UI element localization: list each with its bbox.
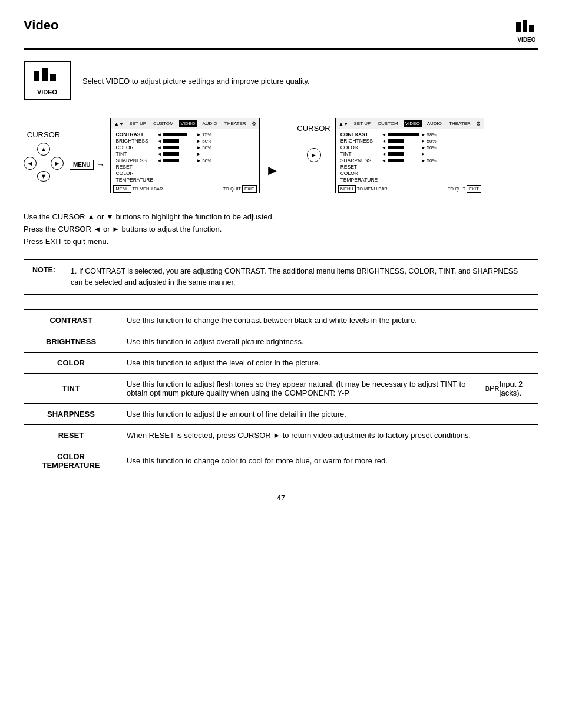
- feature-label-tint: TINT: [24, 374, 118, 403]
- feature-row-color-temp: COLORTEMPERATURE Use this function to ch…: [24, 446, 538, 476]
- menu-panel-2: ▲▼ SET UP CUSTOM VIDEO AUDIO THEATER ⚙ C…: [335, 118, 484, 193]
- panel2-row-color-temp2: TEMPERATURE: [340, 177, 479, 183]
- note-label: NOTE:: [32, 266, 65, 288]
- panel1-footer: MENU TO MENU BAR TO QUIT EXIT: [111, 185, 259, 193]
- panel2-footer: MENU TO MENU BAR TO QUIT EXIT: [336, 185, 484, 193]
- note-row: NOTE: 1. If CONTRAST is selected, you ar…: [32, 266, 530, 288]
- panel1-row-tint: TINT ◄ ►: [115, 151, 254, 157]
- instruction-3: Press EXIT to quit menu.: [24, 236, 538, 248]
- page-header: Video VIDEO: [24, 18, 538, 50]
- big-right-arrow: ►: [266, 162, 280, 179]
- panel1-row-reset: RESET: [115, 164, 254, 170]
- feature-row-brightness: BRIGHTNESS Use this function to adjust o…: [24, 331, 538, 353]
- feature-row-tint: TINT Use this function to adjust flesh t…: [24, 373, 538, 404]
- panel1-row-contrast: CONTRAST ◄ ► 75%: [115, 131, 254, 137]
- up-arrow-left[interactable]: ▲: [37, 143, 50, 156]
- feature-desc-brightness: Use this function to adjust overall pict…: [118, 331, 538, 352]
- feature-row-contrast: CONTRAST Use this function to change the…: [24, 309, 538, 331]
- icon-arrows: ▲▼: [114, 121, 124, 127]
- panel1-gear: ⚙: [252, 121, 256, 127]
- feature-desc-color: Use this function to adjust the level of…: [118, 353, 538, 373]
- svg-rect-5: [50, 74, 56, 81]
- left-arrow-left[interactable]: ◄: [24, 157, 37, 170]
- feature-desc-contrast: Use this function to change the contrast…: [118, 310, 538, 331]
- panel1-row-color-temp2: TEMPERATURE: [115, 177, 254, 183]
- panel2-row-color-temp1: COLOR: [340, 170, 479, 176]
- panel2-row-tint: TINT ◄ ►: [340, 151, 479, 157]
- panel2-row-sharpness: SHARPNESS ◄ ► 50%: [340, 157, 479, 163]
- panel1-body: CONTRAST ◄ ► 75% BRIGHTNESS: [111, 129, 259, 185]
- cursor-label-right: CURSOR: [297, 124, 330, 133]
- note-number: 1.: [71, 267, 79, 275]
- svg-rect-4: [42, 68, 48, 81]
- feature-desc-tint: Use this function to adjust flesh tones …: [118, 374, 538, 403]
- panel2-gear: ⚙: [476, 121, 481, 127]
- menu-right-arrow: →: [96, 160, 104, 169]
- header-icon-label: VIDEO: [517, 37, 535, 43]
- panel1-row-sharpness: SHARPNESS ◄ ► 50%: [115, 157, 254, 163]
- right-cursor-arrow[interactable]: ►: [307, 148, 321, 162]
- down-arrow-left[interactable]: ▼: [37, 171, 50, 182]
- page-number: 47: [24, 493, 538, 502]
- feature-row-sharpness: SHARPNESS Use this function to adjust th…: [24, 403, 538, 425]
- feature-label-reset: RESET: [24, 425, 118, 446]
- intro-icon-label: VIDEO: [37, 88, 57, 95]
- feature-label-color-temp: COLORTEMPERATURE: [24, 446, 118, 476]
- menu-panel-1: ▲▼ SET UP CUSTOM VIDEO AUDIO THEATER ⚙ C…: [110, 118, 259, 193]
- feature-label-sharpness: SHARPNESS: [24, 404, 118, 424]
- svg-rect-0: [516, 22, 521, 32]
- panel2-row-contrast: CONTRAST ◄ ► 98%: [340, 131, 479, 137]
- svg-rect-1: [523, 20, 527, 32]
- page-title: Video: [24, 18, 59, 33]
- panel1-row-color-temp1: COLOR: [115, 170, 254, 176]
- panel2-row-reset: RESET: [340, 164, 479, 170]
- page-container: Video VIDEO VIDEO Select VIDEO to adjust…: [0, 0, 562, 526]
- right-arrow-left[interactable]: ►: [51, 157, 64, 170]
- intro-video-icon: [32, 66, 62, 87]
- panel2-body: CONTRAST ◄ ► 98% BRIGHTNESS: [336, 129, 484, 185]
- note-content: 1. If CONTRAST is selected, you are adju…: [71, 266, 530, 288]
- icon-arrows2: ▲▼: [339, 121, 349, 127]
- panel2-top: ▲▼ SET UP CUSTOM VIDEO AUDIO THEATER ⚙: [336, 118, 484, 129]
- cursor-nav-left: ▲ ◄ ► ▼: [24, 143, 64, 182]
- cursor-label-left: CURSOR: [27, 130, 60, 139]
- feature-label-color: COLOR: [24, 353, 118, 373]
- panel2-row-color: COLOR ◄ ► 50%: [340, 144, 479, 150]
- panel1-row-color: COLOR ◄ ► 50%: [115, 144, 254, 150]
- diagrams-section: CURSOR ▲ ◄ ► ▼ MENU: [24, 118, 538, 193]
- menu-label-box: MENU: [70, 160, 94, 170]
- header-video-icon: VIDEO: [515, 18, 538, 43]
- svg-rect-2: [529, 25, 534, 32]
- feature-label-brightness: BRIGHTNESS: [24, 331, 118, 352]
- feature-row-reset: RESET When RESET is selected, press CURS…: [24, 424, 538, 446]
- intro-icon-box: VIDEO: [24, 61, 71, 100]
- note-text: If CONTRAST is selected, you are adjusti…: [71, 267, 518, 286]
- right-diagram: CURSOR ► ▲▼ SET UP CUSTOM VIDEO AUDIO TH…: [297, 118, 484, 193]
- feature-desc-sharpness: Use this function to adjust the amount o…: [118, 404, 538, 424]
- instruction-1: Use the CURSOR ▲ or ▼ buttons to highlig…: [24, 211, 538, 223]
- left-diagram: CURSOR ▲ ◄ ► ▼ MENU: [24, 118, 279, 193]
- panel2-row-brightness: BRIGHTNESS ◄ ► 50%: [340, 138, 479, 144]
- panel1-row-brightness: BRIGHTNESS ◄ ► 50%: [115, 138, 254, 144]
- feature-desc-color-temp: Use this function to change color to coo…: [118, 446, 538, 476]
- feature-label-contrast: CONTRAST: [24, 310, 118, 331]
- feature-row-color: COLOR Use this function to adjust the le…: [24, 352, 538, 374]
- feature-desc-reset: When RESET is selected, press CURSOR ► t…: [118, 425, 538, 446]
- svg-rect-3: [34, 71, 39, 81]
- intro-section: VIDEO Select VIDEO to adjust picture set…: [24, 61, 538, 100]
- instruction-2: Press the CURSOR ◄ or ► buttons to adjus…: [24, 223, 538, 236]
- note-box: NOTE: 1. If CONTRAST is selected, you ar…: [24, 259, 538, 295]
- intro-text: Select VIDEO to adjust picture settings …: [82, 77, 310, 85]
- panel1-top: ▲▼ SET UP CUSTOM VIDEO AUDIO THEATER ⚙: [111, 118, 259, 129]
- video-icon-svg: [515, 18, 538, 37]
- features-section: CONTRAST Use this function to change the…: [24, 309, 538, 476]
- instructions-section: Use the CURSOR ▲ or ▼ buttons to highlig…: [24, 211, 538, 248]
